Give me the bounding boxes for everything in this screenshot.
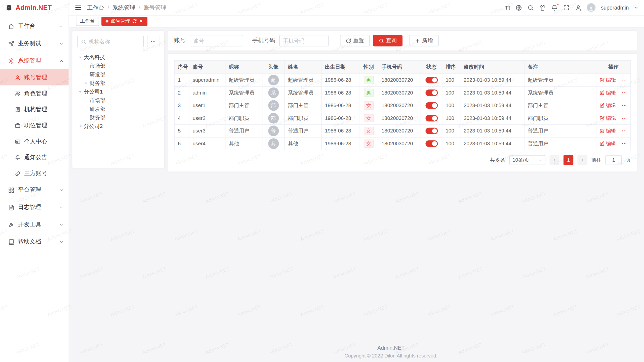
cell-phone: 18020030720 — [382, 90, 413, 96]
tree-node-dept[interactable]: 财务部 — [77, 113, 159, 122]
caret-placeholder — [84, 107, 88, 111]
next-page-button[interactable] — [578, 155, 587, 165]
language-icon[interactable] — [515, 4, 522, 11]
tab-workbench[interactable]: 工作台 — [76, 17, 99, 26]
status-toggle[interactable] — [425, 89, 438, 96]
sidebar-item-personal-center[interactable]: 个人中心 — [0, 133, 69, 150]
sidebar-item-workbench[interactable]: 工作台 — [0, 18, 69, 35]
tree-node-company[interactable]: 大名科技 — [77, 53, 159, 62]
status-toggle[interactable] — [425, 128, 438, 134]
search-icon[interactable] — [527, 4, 534, 11]
footer-title: Admin.NET — [138, 345, 644, 351]
goto-suffix: 页 — [626, 157, 631, 164]
sidebar-item-help-docs[interactable]: 帮助文档 — [0, 233, 69, 250]
row-more-button[interactable] — [622, 128, 627, 134]
cell-modified-time: 2023-01-03 10:59:44 — [464, 128, 511, 134]
tree-node-dept[interactable]: 研发部 — [77, 105, 159, 113]
accounts-table-card: 序号 账号 昵称 头像 姓名 出生日期 性别 手机号码 状态 排序 修改时间 备… — [168, 54, 637, 172]
reset-button[interactable]: 重置 — [340, 35, 370, 47]
user-avatar[interactable] — [587, 3, 595, 12]
hamburger-menu-icon[interactable] — [75, 4, 82, 11]
tree-node-dept[interactable]: 研发部 — [77, 70, 159, 79]
close-tab-icon[interactable] — [139, 19, 143, 23]
row-more-button[interactable] — [622, 77, 627, 83]
breadcrumb-item-system-management[interactable]: 系统管理 — [112, 4, 135, 11]
status-toggle[interactable] — [425, 77, 438, 83]
sidebar-item-log-management[interactable]: 日志管理 — [0, 199, 69, 216]
cell-remark: 系统管理员 — [528, 90, 553, 96]
sidebar-item-platform-management[interactable]: 平台管理 — [0, 182, 69, 199]
main-content: 大名科技 市场部 研发部 财务部 分公司1 — [69, 27, 644, 362]
phone-filter-input[interactable] — [283, 37, 325, 43]
status-toggle[interactable] — [425, 115, 438, 121]
caret-down-icon[interactable] — [634, 6, 638, 10]
breadcrumb-item-workbench[interactable]: 工作台 — [87, 4, 104, 11]
cell-nickname: 部门主管 — [229, 102, 249, 108]
gender-tag: 女 — [364, 127, 374, 135]
sidebar-item-account-management[interactable]: 账号管理 — [0, 69, 69, 85]
row-more-button[interactable] — [622, 115, 627, 121]
cell-account: user1 — [193, 103, 206, 108]
row-more-button[interactable] — [622, 103, 627, 108]
tree-node-label: 分公司2 — [84, 122, 103, 130]
refresh-tab-icon[interactable] — [132, 19, 137, 23]
org-search-input[interactable] — [89, 38, 140, 44]
user-center-icon[interactable] — [575, 4, 582, 11]
add-button-label: 新增 — [422, 37, 433, 44]
table-row: 5 user3 普通用户 普 普通用户 1986-06-28 女 1802003… — [174, 125, 631, 138]
page-size-select[interactable]: 10条/页 — [509, 155, 545, 165]
cell-order: 100 — [446, 77, 454, 83]
app-root: Admin.NET 工作台 业务测试 系统管理 账号管理 — [0, 0, 644, 362]
edit-button[interactable]: 编辑 — [600, 115, 616, 122]
row-more-button[interactable] — [622, 90, 627, 96]
sidebar-item-business-test[interactable]: 业务测试 — [0, 35, 69, 52]
tab-account-management[interactable]: 账号管理 — [101, 17, 147, 26]
status-toggle[interactable] — [425, 140, 438, 147]
cell-modified-time: 2023-01-03 10:59:44 — [464, 77, 511, 83]
edit-button[interactable]: 编辑 — [600, 89, 616, 96]
goto-page-input[interactable] — [606, 155, 622, 165]
status-toggle[interactable] — [425, 102, 438, 109]
add-button[interactable]: 新增 — [409, 35, 439, 47]
sidebar-item-dev-tools[interactable]: 开发工具 — [0, 216, 69, 233]
username-text[interactable]: superadmin — [601, 5, 629, 11]
caret-placeholder — [84, 115, 88, 120]
cell-birth-date: 1986-06-28 — [325, 141, 351, 147]
edit-button[interactable]: 编辑 — [600, 127, 616, 134]
tree-node-label: 大名科技 — [84, 54, 105, 61]
edit-pencil-icon — [600, 78, 605, 83]
org-tree: 大名科技 市场部 研发部 财务部 分公司1 — [77, 53, 159, 131]
font-size-icon[interactable]: Tt — [505, 5, 510, 10]
tree-node-dept[interactable]: 财务部 — [77, 79, 159, 87]
theme-skin-icon[interactable] — [539, 4, 546, 11]
row-more-button[interactable] — [622, 141, 627, 147]
org-more-button[interactable] — [147, 36, 159, 47]
edit-button[interactable]: 编辑 — [600, 140, 616, 147]
cell-account: user4 — [193, 141, 206, 147]
cell-order: 100 — [446, 103, 454, 108]
sidebar-item-system-management[interactable]: 系统管理 — [0, 52, 69, 69]
table-row: 2 admin 系统管理员 系 系统管理员 1986-06-28 男 18020… — [174, 86, 631, 99]
sidebar-item-role-management[interactable]: 角色管理 — [0, 85, 69, 102]
account-filter-input[interactable] — [193, 37, 239, 43]
cell-nickname: 系统管理员 — [229, 90, 254, 96]
chevron-left-icon — [552, 158, 557, 163]
caret-expand-icon — [78, 55, 83, 60]
tree-node-dept[interactable]: 市场部 — [77, 62, 159, 70]
tree-node-label: 分公司1 — [84, 88, 103, 95]
sidebar-item-third-party-account[interactable]: 三方账号 — [0, 165, 69, 182]
notification-bell[interactable] — [551, 4, 558, 11]
sidebar-item-position-management[interactable]: 职位管理 — [0, 117, 69, 133]
fullscreen-icon[interactable] — [563, 4, 570, 11]
prev-page-button[interactable] — [549, 155, 559, 165]
page-number-1[interactable]: 1 — [564, 155, 573, 165]
edit-button[interactable]: 编辑 — [600, 102, 616, 109]
tree-node-company[interactable]: 分公司1 — [77, 87, 159, 96]
edit-button[interactable]: 编辑 — [600, 76, 616, 83]
sidebar-item-notice[interactable]: 通知公告 — [0, 149, 69, 165]
sidebar-item-org-management[interactable]: 机构管理 — [0, 101, 69, 117]
id-card-icon — [15, 139, 21, 144]
search-button[interactable]: 查询 — [373, 35, 403, 47]
tree-node-dept[interactable]: 市场部 — [77, 96, 159, 105]
tree-node-company[interactable]: 分公司2 — [77, 122, 159, 130]
